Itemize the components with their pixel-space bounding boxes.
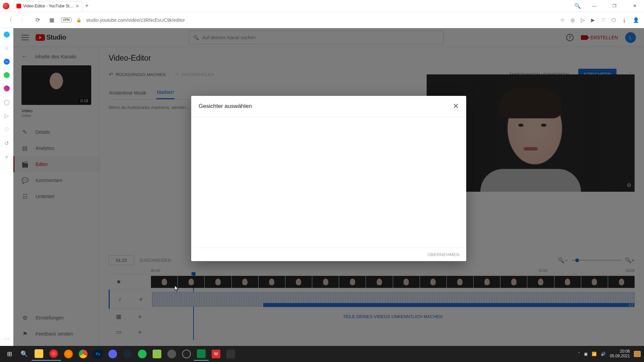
heart-sidebar-icon[interactable]: ♡ bbox=[4, 126, 9, 133]
workspace-icon[interactable] bbox=[4, 32, 10, 38]
lock-icon: 🔒 bbox=[76, 17, 82, 22]
opera-sidebar: ☆ ~ ◯ ▷ ♡ ↺ ✧ ⋯ bbox=[0, 28, 13, 346]
messenger-icon[interactable]: ~ bbox=[4, 59, 10, 65]
steam-icon[interactable] bbox=[120, 347, 135, 361]
tray-chevron-icon[interactable]: ˄ bbox=[578, 352, 580, 356]
opera-taskbar-icon[interactable] bbox=[46, 347, 61, 361]
tray-network-icon[interactable]: 📶 bbox=[592, 352, 597, 356]
heart-icon[interactable]: ♡ bbox=[601, 17, 605, 23]
taskbar-search-icon[interactable]: 🔍 bbox=[17, 347, 32, 361]
chrome-icon[interactable] bbox=[76, 347, 91, 361]
nav-forward-button[interactable]: 〉 bbox=[19, 15, 28, 25]
vpn-badge[interactable]: VPN bbox=[61, 17, 71, 22]
start-button[interactable]: ⊞ bbox=[2, 347, 17, 361]
app-icon-4[interactable] bbox=[194, 347, 209, 361]
app-icon-3[interactable] bbox=[164, 347, 179, 361]
browser-titlebar: Video-Editor - YouTube St… ✕ + 🔍 — ❐ ✕ bbox=[0, 0, 644, 12]
cube-icon[interactable]: ⬡ bbox=[611, 17, 616, 23]
youtube-favicon bbox=[16, 4, 21, 8]
triangle-icon[interactable]: ▷ bbox=[5, 113, 9, 119]
send-icon[interactable]: ▷ bbox=[581, 17, 585, 23]
modal-close-button[interactable]: ✕ bbox=[453, 102, 459, 111]
reload-button[interactable]: ⟳ bbox=[33, 15, 42, 25]
instagram-icon[interactable] bbox=[4, 85, 10, 92]
modal-body bbox=[191, 117, 466, 248]
tab-title: Video-Editor - YouTube St… bbox=[23, 4, 73, 8]
star-outline-icon[interactable]: ☆ bbox=[4, 45, 9, 51]
app-icon-5[interactable] bbox=[223, 347, 238, 361]
download-icon[interactable]: ⭳ bbox=[622, 17, 627, 23]
bookmark-icon[interactable]: ☆ bbox=[560, 17, 565, 23]
play-icon[interactable]: ▶ bbox=[591, 17, 595, 23]
tab-close-icon[interactable]: ✕ bbox=[75, 4, 79, 9]
windows-taskbar: ⊞ 🔍 Ps W ˄ ▣ 📶 🔊 20:06 05.09.2021 bbox=[0, 346, 644, 362]
speed-dial-icon[interactable]: ▦ bbox=[47, 15, 56, 25]
wps-icon[interactable]: W bbox=[209, 347, 223, 361]
opera-icon bbox=[3, 3, 9, 9]
nav-back-button[interactable]: 〈 bbox=[5, 15, 14, 25]
address-bar[interactable]: studio.youtube.com/video/z3RNcEsUC9k/edi… bbox=[86, 17, 185, 23]
whatsapp-icon[interactable] bbox=[4, 72, 10, 78]
profile-icon[interactable]: 👤 bbox=[633, 17, 639, 23]
face-select-dialog: Gesichter auswählen ✕ ÜBERNEHMEN bbox=[191, 96, 466, 261]
window-maximize-button[interactable]: ❐ bbox=[608, 3, 621, 8]
tray-volume-icon[interactable]: 🔊 bbox=[601, 352, 606, 356]
notification-center-icon[interactable] bbox=[634, 351, 641, 357]
browser-search-icon[interactable]: 🔍 bbox=[574, 3, 581, 9]
more-icon[interactable]: ⋯ bbox=[4, 336, 9, 342]
taskbar-clock[interactable]: 20:06 05.09.2021 bbox=[610, 349, 630, 359]
window-minimize-button[interactable]: — bbox=[588, 3, 601, 8]
window-close-button[interactable]: ✕ bbox=[628, 3, 641, 8]
pin-icon[interactable]: ✧ bbox=[4, 154, 9, 160]
discord-icon[interactable] bbox=[105, 347, 120, 361]
app-icon-2[interactable] bbox=[150, 347, 164, 361]
browser-tab[interactable]: Video-Editor - YouTube St… ✕ bbox=[13, 1, 82, 11]
history-icon[interactable]: ↺ bbox=[4, 140, 9, 146]
new-tab-button[interactable]: + bbox=[82, 2, 92, 9]
circle-icon[interactable]: ◯ bbox=[4, 99, 10, 105]
photoshop-icon[interactable]: Ps bbox=[91, 347, 105, 361]
obs-icon[interactable] bbox=[179, 347, 194, 361]
page-content: Studio 🔍 Auf deinem Kanal suchen ? ERSTE… bbox=[13, 28, 644, 346]
camera-icon[interactable]: ◎ bbox=[571, 17, 575, 23]
modal-title: Gesichter auswählen bbox=[199, 103, 252, 110]
tray-gpu-icon[interactable]: ▣ bbox=[584, 352, 588, 356]
browser-toolbar: 〈 〉 ⟳ ▦ VPN 🔒 studio.youtube.com/video/z… bbox=[0, 12, 644, 28]
firefox-icon[interactable] bbox=[61, 347, 76, 361]
explorer-icon[interactable] bbox=[32, 347, 46, 361]
app-icon-1[interactable] bbox=[135, 347, 150, 361]
modal-backdrop[interactable]: Gesichter auswählen ✕ ÜBERNEHMEN bbox=[13, 28, 644, 346]
apply-button[interactable]: ÜBERNEHMEN bbox=[428, 252, 460, 257]
